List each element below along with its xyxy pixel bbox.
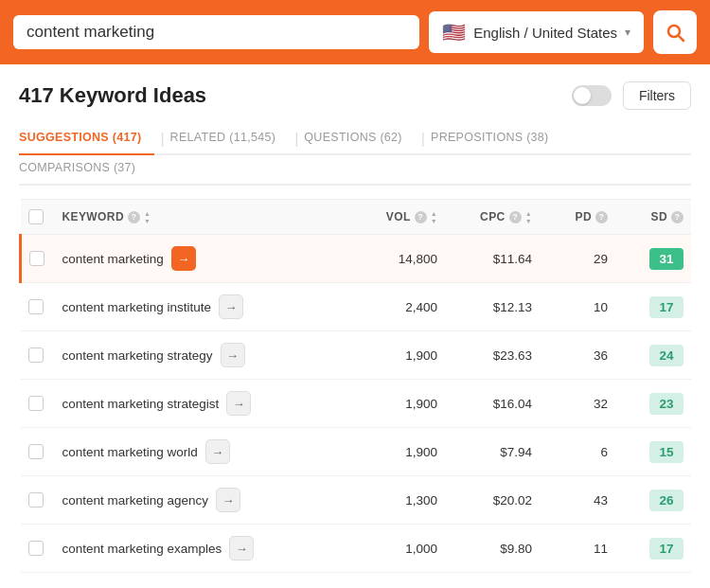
language-selector[interactable]: 🇺🇸 English / United States ▾ [429,11,644,53]
keyword-arrow-button[interactable]: → [229,536,254,561]
vol-value: 1,000 [405,542,437,556]
sd-badge: 31 [649,248,683,270]
sort-down-icon: ▼ [431,218,437,224]
row-pd-cell: 6 [540,428,615,476]
th-cpc-inner: CPC ? ▲ ▼ [453,210,532,224]
tabs-row2: COMPARISONS (37) [19,155,691,186]
keyword-arrow-button[interactable]: → [221,343,245,367]
pd-value: 29 [594,252,608,266]
row-checkbox[interactable] [28,299,44,314]
table-row: content marketing strategist → 1,900 $16… [21,380,692,428]
toggle-switch[interactable] [572,85,612,106]
row-sd-cell: 17 [615,525,691,573]
tab-prepositions[interactable]: PREPOSITIONS (38) [431,123,562,155]
th-keyword-inner: KEYWORD ? ▲ ▼ [62,210,344,224]
keyword-help-icon[interactable]: ? [128,211,140,223]
row-checkbox[interactable] [28,492,44,508]
keyword-cell: content marketing strategy → [62,343,344,367]
pd-value: 43 [594,493,608,508]
cpc-value: $23.63 [493,348,532,363]
keyword-cell: content marketing institute → [62,294,344,319]
row-keyword-cell: content marketing strategist → [55,380,351,428]
keyword-text: content marketing [62,252,164,266]
keyword-cell: content marketing → [62,246,344,271]
keyword-text: content marketing strategist [62,397,220,411]
row-vol-cell: 14,800 [350,235,445,283]
tab-suggestions[interactable]: SUGGESTIONS (417) [19,123,154,155]
cpc-help-icon[interactable]: ? [509,211,522,223]
table-row: content marketing examples → 1,000 $9.80… [21,525,692,573]
row-cpc-cell: $9.80 [445,525,540,573]
tab-related[interactable]: RELATED (11,545) [170,123,290,155]
row-pd-cell: 11 [540,525,615,573]
main-content: 417 Keyword Ideas Filters SUGGESTIONS (4… [0,64,710,582]
row-cpc-cell: $11.64 [445,235,540,283]
keyword-text: content marketing institute [62,300,212,314]
th-cpc: CPC ? ▲ ▼ [445,200,540,235]
table-body: content marketing → 14,800 $11.64 29 31 … [21,235,692,573]
sort-up-icon: ▲ [525,210,532,217]
headline-row: 417 Keyword Ideas Filters [19,81,691,110]
table-row: content marketing → 14,800 $11.64 29 31 [21,235,692,283]
row-vol-cell: 1,900 [350,380,445,428]
tab-comparisons[interactable]: COMPARISONS (37) [19,155,149,186]
th-sd-label: SD [651,210,667,223]
keyword-sort[interactable]: ▲ ▼ [144,210,151,224]
sd-help-icon[interactable]: ? [671,211,683,223]
select-all-checkbox[interactable] [28,209,44,224]
cpc-sort[interactable]: ▲ ▼ [525,210,532,224]
row-pd-cell: 36 [540,331,615,380]
keyword-arrow-button[interactable]: → [219,294,243,319]
row-checkbox[interactable] [28,444,44,459]
keyword-arrow-button[interactable]: → [171,246,196,271]
row-checkbox[interactable] [28,541,44,556]
search-input[interactable] [27,23,406,42]
keyword-arrow-button[interactable]: → [205,439,230,464]
row-sd-cell: 17 [615,283,691,331]
pd-value: 10 [594,300,608,314]
keyword-cell: content marketing strategist → [62,391,344,416]
filters-button[interactable]: Filters [623,81,691,110]
vol-value: 1,900 [405,445,437,459]
th-check [21,200,55,235]
vol-value: 1,300 [405,493,437,508]
pd-value: 11 [594,542,608,556]
keyword-cell: content marketing examples → [62,536,344,561]
row-sd-cell: 15 [615,428,691,476]
page-title: 417 Keyword Ideas [19,83,206,108]
vol-sort[interactable]: ▲ ▼ [431,210,437,224]
keyword-arrow-button[interactable]: → [216,488,240,512]
keyword-arrow-button[interactable]: → [226,391,251,416]
row-pd-cell: 29 [540,235,615,283]
row-pd-cell: 32 [540,380,615,428]
tab-separator-3: | [416,131,431,155]
vol-value: 1,900 [405,348,437,363]
vol-value: 2,400 [405,300,437,314]
vol-help-icon[interactable]: ? [415,211,427,223]
th-pd-label: PD [576,210,592,223]
pd-value: 36 [594,348,608,363]
table-row: content marketing institute → 2,400 $12.… [21,283,692,331]
sd-badge: 15 [649,441,683,463]
sd-badge: 24 [649,345,683,366]
pd-help-icon[interactable]: ? [595,211,608,223]
row-check-cell [21,525,55,573]
pd-value: 32 [594,397,608,411]
sd-badge: 26 [649,490,683,511]
row-checkbox[interactable] [28,396,44,411]
keyword-cell: content marketing agency → [62,488,344,512]
search-input-wrapper[interactable] [13,15,419,49]
table-row: content marketing agency → 1,300 $20.02 … [21,476,692,525]
sd-badge: 17 [649,538,683,560]
row-checkbox[interactable] [29,251,44,266]
keyword-cell: content marketing world → [62,439,344,464]
sort-down-icon: ▼ [525,218,532,224]
tab-questions[interactable]: QUESTIONS (62) [304,123,416,155]
th-keyword-label: KEYWORD [62,210,124,223]
row-keyword-cell: content marketing agency → [55,476,351,525]
cpc-value: $16.04 [493,397,532,411]
row-vol-cell: 1,300 [350,476,445,525]
search-button[interactable] [653,10,697,54]
cpc-value: $20.02 [493,493,532,508]
row-checkbox[interactable] [28,347,44,363]
